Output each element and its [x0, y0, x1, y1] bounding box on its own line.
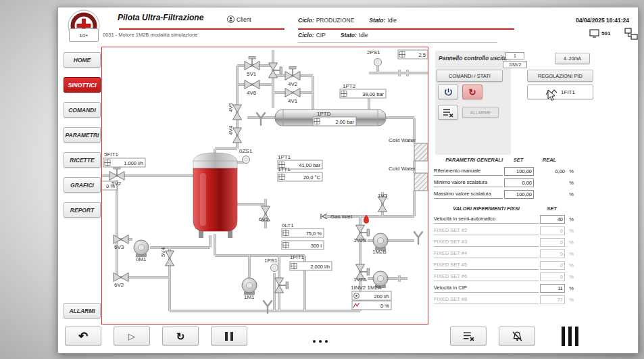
output-selector-primary[interactable]: 1	[505, 52, 524, 59]
general-params-header: PARAMETRI GENERALI SET REAL	[434, 153, 637, 166]
instrument-readout[interactable]: 300 l	[282, 241, 324, 249]
param-label: FIXED SET #3	[434, 238, 539, 247]
sidebar-item-ricette[interactable]: RICETTE	[64, 152, 101, 168]
pump-symbol[interactable]	[242, 278, 257, 295]
param-label: FIXED SET #4	[434, 249, 539, 258]
general-params-title: PARAMETRI GENERALI	[434, 157, 503, 163]
sensor-symbol[interactable]	[243, 156, 250, 164]
sidebar-item-comandi[interactable]: COMANDI	[64, 102, 101, 118]
param-set-input[interactable]: 0,00	[504, 178, 534, 187]
sensor-symbol[interactable]	[374, 59, 382, 66]
param-set-input[interactable]: 0	[540, 261, 565, 270]
tank[interactable]	[193, 153, 237, 238]
equipment-tag: 0LT1	[282, 222, 294, 229]
state-label: Stato:	[369, 17, 385, 24]
valve-symbol[interactable]	[275, 278, 289, 293]
valve-symbol[interactable]	[245, 80, 259, 89]
param-set-input[interactable]: 100,00	[504, 190, 534, 199]
param-row: Minimo valore scalatura0,00%	[434, 177, 637, 189]
instrument-readout[interactable]: 200 l/h	[352, 291, 391, 300]
equipment-tag: 4V1	[288, 98, 298, 104]
pause-icon-bar	[230, 332, 233, 341]
ack-alarms-button[interactable]	[450, 327, 487, 345]
pid-loop-button[interactable]: 1FIT1	[527, 85, 593, 99]
allarme-button[interactable]: ALLARME	[462, 107, 499, 118]
valve-symbol[interactable]	[109, 167, 124, 181]
valve-symbol[interactable]	[233, 105, 242, 120]
equipment-tag: 2PS1	[367, 49, 380, 55]
param-set-input[interactable]: 100,00	[504, 167, 534, 176]
client-button[interactable]: Client	[227, 16, 251, 23]
sidebar-item-grafici[interactable]: GRAFICI	[64, 177, 101, 193]
sidebar-item-sinottici[interactable]: SINOTTICI	[64, 77, 101, 93]
instrument-readout[interactable]: 2,5	[398, 50, 428, 59]
equipment-tag: 1V2A	[353, 277, 367, 283]
param-set-input[interactable]: 0	[540, 249, 565, 258]
more-pages-button[interactable]	[307, 333, 334, 345]
valve-symbol[interactable]	[114, 273, 128, 282]
power-button[interactable]	[438, 85, 458, 99]
sidebar-item-parametri[interactable]: PARAMETRI	[64, 127, 101, 143]
param-set-input[interactable]: 77	[540, 295, 565, 304]
state2-value: Idle	[359, 32, 368, 39]
sidebar-item-report[interactable]: REPORT	[64, 202, 101, 218]
network-icon[interactable]	[624, 28, 638, 41]
svg-text:1.000 l/h: 1.000 l/h	[124, 160, 143, 166]
svg-text:300 l: 300 l	[311, 243, 322, 249]
equipment-tag: 5V4	[160, 247, 166, 257]
equipment-tag: 1V2B	[353, 237, 367, 243]
valve-symbol[interactable]	[233, 128, 242, 143]
alarm-count-badge[interactable]: 10+	[69, 28, 99, 42]
valve-symbol[interactable]	[245, 57, 259, 70]
instrument-readout[interactable]: 1.000 l/h	[103, 158, 145, 167]
menu-bars-button[interactable]	[560, 327, 580, 349]
valve-symbol[interactable]	[285, 67, 300, 80]
instrument-readout[interactable]: 0 %	[352, 301, 391, 310]
sidebar: HOMESINOTTICICOMANDIPARAMETRIRICETTEGRAF…	[64, 52, 101, 227]
power-icon	[444, 88, 453, 97]
instrument-readout[interactable]: 39,00 bar	[340, 89, 386, 98]
param-label: Velocità in semi-automatico	[434, 215, 539, 224]
cycle-button[interactable]: ↻	[162, 327, 199, 345]
pump-symbol[interactable]	[134, 240, 149, 257]
valve-symbol[interactable]	[166, 251, 174, 266]
cycle-underline	[298, 28, 514, 30]
pause-button[interactable]	[211, 327, 247, 345]
sensor-symbol[interactable]	[271, 264, 278, 272]
param-set-input[interactable]: 0	[540, 272, 565, 281]
regolazioni-pid-button[interactable]: REGOLAZIONI PID	[527, 70, 593, 82]
equipment-tag: 1PT2	[343, 83, 356, 89]
param-unit: %	[565, 262, 574, 268]
param-row: Massimo valore scalatura100,00%	[434, 189, 637, 200]
play-button[interactable]: ▷	[114, 327, 150, 345]
back-button[interactable]: ↶	[65, 327, 101, 345]
output-selector-secondary[interactable]: 1INV2	[503, 61, 527, 68]
instrument-readout[interactable]: 75,0 %	[282, 229, 324, 237]
instrument-readout[interactable]: 2,00 bar	[313, 117, 356, 126]
param-set-input[interactable]: 0	[540, 226, 565, 235]
param-unit: %	[565, 251, 574, 257]
comandi-stati-button[interactable]: COMANDI / STATI	[437, 70, 503, 82]
state-value: Idle	[387, 17, 397, 24]
param-set-input[interactable]: 11	[540, 284, 565, 293]
param-row: Velocità in semi-automatico40%	[434, 214, 637, 225]
valve-symbol[interactable]	[378, 197, 387, 212]
silence-alarm-button[interactable]	[499, 327, 535, 345]
bars-icon-2	[568, 327, 572, 346]
param-set-input[interactable]: 40	[540, 215, 565, 224]
instrument-readout[interactable]: 20,0 °C	[278, 172, 322, 181]
instrument-readout[interactable]: 2.000 l/h	[290, 262, 332, 270]
reset-button[interactable]: ↻	[462, 85, 482, 99]
param-set-input[interactable]: 0	[540, 238, 565, 247]
valve-symbol[interactable]	[114, 235, 128, 244]
heat-exchanger	[414, 173, 428, 191]
param-row: FIXED SET #30%	[434, 237, 637, 248]
valve-symbol[interactable]	[285, 89, 300, 97]
ack-output-button[interactable]	[438, 105, 458, 120]
sidebar-item-allarmi[interactable]: ALLARMI	[64, 303, 101, 318]
pump-symbol[interactable]	[373, 233, 388, 250]
sidebar-item-home[interactable]: HOME	[64, 52, 101, 68]
equipment-tag: 5FIT1	[104, 151, 118, 158]
signal-range-button[interactable]: 4..20mA	[555, 53, 590, 64]
cycle-label: Ciclo:	[298, 17, 314, 24]
